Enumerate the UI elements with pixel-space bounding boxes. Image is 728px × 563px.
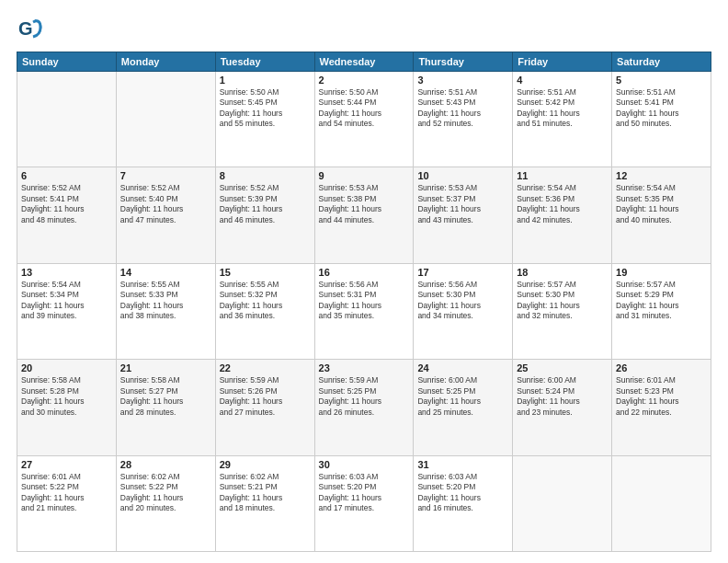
calendar-day-cell: 27Sunrise: 6:01 AM Sunset: 5:22 PM Dayli… [17, 455, 117, 551]
day-number: 5 [616, 75, 707, 86]
weekday-header-cell: Thursday [414, 52, 513, 72]
calendar-day-cell: 16Sunrise: 5:56 AM Sunset: 5:31 PM Dayli… [314, 263, 414, 359]
calendar-day-cell: 23Sunrise: 5:59 AM Sunset: 5:25 PM Dayli… [314, 360, 414, 455]
day-number: 15 [220, 267, 311, 278]
day-number: 8 [220, 170, 311, 181]
weekday-header-cell: Saturday [612, 52, 711, 72]
header: G [17, 17, 711, 42]
calendar-day-cell: 6Sunrise: 5:52 AM Sunset: 5:41 PM Daylig… [17, 167, 117, 263]
day-info: Sunrise: 5:57 AM Sunset: 5:29 PM Dayligh… [616, 280, 707, 322]
day-number: 31 [417, 459, 508, 470]
day-info: Sunrise: 6:03 AM Sunset: 5:20 PM Dayligh… [417, 472, 508, 514]
calendar-day-cell: 13Sunrise: 5:54 AM Sunset: 5:34 PM Dayli… [17, 263, 117, 359]
calendar-week-row: 13Sunrise: 5:54 AM Sunset: 5:34 PM Dayli… [17, 263, 711, 359]
calendar-week-row: 1Sunrise: 5:50 AM Sunset: 5:45 PM Daylig… [17, 72, 711, 167]
page: G SundayMondayTuesdayWednesdayThursdayFr… [0, 0, 728, 563]
logo: G [17, 17, 44, 42]
day-number: 4 [517, 75, 608, 86]
day-number: 9 [319, 170, 410, 181]
day-number: 7 [120, 170, 211, 181]
calendar-day-cell: 30Sunrise: 6:03 AM Sunset: 5:20 PM Dayli… [314, 455, 414, 551]
day-number: 12 [616, 170, 707, 181]
day-number: 22 [220, 362, 311, 373]
calendar-day-cell: 21Sunrise: 5:58 AM Sunset: 5:27 PM Dayli… [116, 360, 215, 455]
calendar-day-cell: 1Sunrise: 5:50 AM Sunset: 5:45 PM Daylig… [215, 72, 314, 167]
day-number: 27 [21, 459, 112, 470]
calendar-day-cell [612, 455, 711, 551]
day-number: 18 [517, 267, 608, 278]
day-number: 16 [319, 267, 410, 278]
calendar-week-row: 6Sunrise: 5:52 AM Sunset: 5:41 PM Daylig… [17, 167, 711, 263]
day-info: Sunrise: 5:58 AM Sunset: 5:27 PM Dayligh… [120, 375, 211, 418]
calendar-day-cell: 10Sunrise: 5:53 AM Sunset: 5:37 PM Dayli… [414, 167, 513, 263]
day-number: 6 [21, 170, 112, 181]
calendar-day-cell [513, 455, 612, 551]
day-info: Sunrise: 5:50 AM Sunset: 5:45 PM Dayligh… [220, 87, 311, 130]
day-info: Sunrise: 5:55 AM Sunset: 5:32 PM Dayligh… [220, 280, 311, 322]
day-number: 23 [319, 362, 410, 373]
day-info: Sunrise: 5:59 AM Sunset: 5:26 PM Dayligh… [220, 375, 311, 418]
day-number: 11 [517, 170, 608, 181]
day-number: 29 [220, 459, 311, 470]
day-info: Sunrise: 5:52 AM Sunset: 5:39 PM Dayligh… [220, 183, 311, 225]
day-info: Sunrise: 5:54 AM Sunset: 5:35 PM Dayligh… [616, 183, 707, 225]
day-number: 20 [21, 362, 112, 373]
weekday-header-cell: Monday [116, 52, 215, 72]
calendar-day-cell: 11Sunrise: 5:54 AM Sunset: 5:36 PM Dayli… [513, 167, 612, 263]
calendar-day-cell: 4Sunrise: 5:51 AM Sunset: 5:42 PM Daylig… [513, 72, 612, 167]
day-info: Sunrise: 6:00 AM Sunset: 5:25 PM Dayligh… [417, 375, 508, 418]
calendar-day-cell: 7Sunrise: 5:52 AM Sunset: 5:40 PM Daylig… [116, 167, 215, 263]
day-info: Sunrise: 5:56 AM Sunset: 5:31 PM Dayligh… [319, 280, 410, 322]
logo-icon: G [17, 17, 42, 42]
calendar-day-cell: 9Sunrise: 5:53 AM Sunset: 5:38 PM Daylig… [314, 167, 414, 263]
day-info: Sunrise: 5:56 AM Sunset: 5:30 PM Dayligh… [417, 280, 508, 322]
calendar-day-cell: 2Sunrise: 5:50 AM Sunset: 5:44 PM Daylig… [314, 72, 414, 167]
day-number: 14 [120, 267, 211, 278]
day-number: 28 [120, 459, 211, 470]
day-info: Sunrise: 5:59 AM Sunset: 5:25 PM Dayligh… [319, 375, 410, 418]
day-info: Sunrise: 5:57 AM Sunset: 5:30 PM Dayligh… [517, 280, 608, 322]
day-info: Sunrise: 6:01 AM Sunset: 5:22 PM Dayligh… [21, 472, 112, 514]
calendar-body: 1Sunrise: 5:50 AM Sunset: 5:45 PM Daylig… [17, 72, 711, 552]
calendar-day-cell: 29Sunrise: 6:02 AM Sunset: 5:21 PM Dayli… [215, 455, 314, 551]
calendar-day-cell: 24Sunrise: 6:00 AM Sunset: 5:25 PM Dayli… [414, 360, 513, 455]
day-number: 13 [21, 267, 112, 278]
day-number: 25 [517, 362, 608, 373]
calendar-day-cell: 31Sunrise: 6:03 AM Sunset: 5:20 PM Dayli… [414, 455, 513, 551]
day-number: 24 [417, 362, 508, 373]
day-info: Sunrise: 5:53 AM Sunset: 5:37 PM Dayligh… [417, 183, 508, 225]
calendar-day-cell: 28Sunrise: 6:02 AM Sunset: 5:22 PM Dayli… [116, 455, 215, 551]
day-number: 17 [417, 267, 508, 278]
day-info: Sunrise: 5:51 AM Sunset: 5:41 PM Dayligh… [616, 87, 707, 130]
calendar-day-cell: 14Sunrise: 5:55 AM Sunset: 5:33 PM Dayli… [116, 263, 215, 359]
day-info: Sunrise: 5:58 AM Sunset: 5:28 PM Dayligh… [21, 375, 112, 418]
day-info: Sunrise: 6:02 AM Sunset: 5:21 PM Dayligh… [220, 472, 311, 514]
day-info: Sunrise: 5:55 AM Sunset: 5:33 PM Dayligh… [120, 280, 211, 322]
day-info: Sunrise: 5:51 AM Sunset: 5:42 PM Dayligh… [517, 87, 608, 130]
weekday-header-cell: Wednesday [314, 52, 414, 72]
day-number: 2 [319, 75, 410, 86]
day-info: Sunrise: 6:02 AM Sunset: 5:22 PM Dayligh… [120, 472, 211, 514]
calendar-day-cell: 3Sunrise: 5:51 AM Sunset: 5:43 PM Daylig… [414, 72, 513, 167]
calendar-day-cell: 26Sunrise: 6:01 AM Sunset: 5:23 PM Dayli… [612, 360, 711, 455]
calendar-day-cell: 20Sunrise: 5:58 AM Sunset: 5:28 PM Dayli… [17, 360, 117, 455]
day-info: Sunrise: 6:03 AM Sunset: 5:20 PM Dayligh… [319, 472, 410, 514]
calendar-day-cell: 8Sunrise: 5:52 AM Sunset: 5:39 PM Daylig… [215, 167, 314, 263]
day-number: 30 [319, 459, 410, 470]
weekday-header-cell: Friday [513, 52, 612, 72]
day-info: Sunrise: 5:52 AM Sunset: 5:41 PM Dayligh… [21, 183, 112, 225]
calendar-day-cell: 18Sunrise: 5:57 AM Sunset: 5:30 PM Dayli… [513, 263, 612, 359]
weekday-header-row: SundayMondayTuesdayWednesdayThursdayFrid… [17, 52, 711, 72]
calendar-week-row: 27Sunrise: 6:01 AM Sunset: 5:22 PM Dayli… [17, 455, 711, 551]
day-info: Sunrise: 5:53 AM Sunset: 5:38 PM Dayligh… [319, 183, 410, 225]
calendar-day-cell: 19Sunrise: 5:57 AM Sunset: 5:29 PM Dayli… [612, 263, 711, 359]
calendar-day-cell: 17Sunrise: 5:56 AM Sunset: 5:30 PM Dayli… [414, 263, 513, 359]
day-number: 21 [120, 362, 211, 373]
day-info: Sunrise: 5:50 AM Sunset: 5:44 PM Dayligh… [319, 87, 410, 130]
weekday-header-cell: Tuesday [215, 52, 314, 72]
day-number: 19 [616, 267, 707, 278]
svg-text:G: G [18, 18, 33, 39]
calendar-day-cell: 15Sunrise: 5:55 AM Sunset: 5:32 PM Dayli… [215, 263, 314, 359]
weekday-header-cell: Sunday [17, 52, 117, 72]
calendar-day-cell: 25Sunrise: 6:00 AM Sunset: 5:24 PM Dayli… [513, 360, 612, 455]
